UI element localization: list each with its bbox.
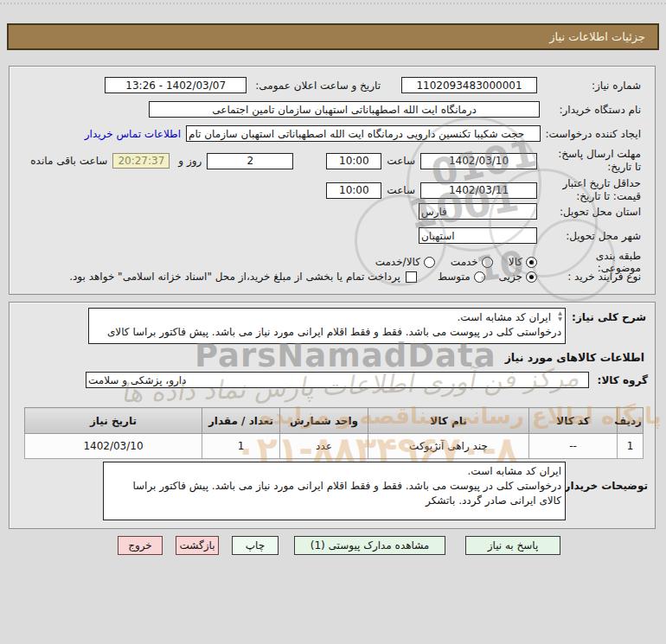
treasury-note: پرداخت تمام یا بخشی از مبلغ خرید،از محل …: [69, 271, 400, 283]
general-desc-textarea[interactable]: ▲▼ ایران کد مشابه است. درخواستی کلی در پ…: [88, 308, 566, 344]
row-request-creator: ایجاد کننده درخواست: حجت شکیبا تکنسین دا…: [10, 125, 655, 142]
action-buttons-row: پاسخ به نیاز مشاهده مدارک پیوستی (1) چاپ…: [118, 536, 560, 555]
option-goods-service[interactable]: کالا/خدمت: [375, 256, 435, 268]
hours-remaining-label: ساعت باقی مانده: [30, 155, 107, 167]
option-goods-label: کالا: [509, 256, 522, 268]
need-number-label: شماره نیاز:: [567, 80, 641, 92]
respond-button[interactable]: پاسخ به نیاز: [465, 536, 560, 555]
goods-info-panel: شرح کلی نیاز: ▲▼ ایران کد مشابه است. درخ…: [9, 302, 656, 529]
scrollbar-arrows-icon: ▲▼: [556, 309, 564, 323]
radio-goods-service-icon[interactable]: [424, 257, 435, 268]
option-goods-service-label: کالا/خدمت: [375, 256, 420, 268]
time-remaining-box: 20:27:37: [112, 153, 170, 169]
goods-group-field[interactable]: دارو، پزشکی و سلامت: [86, 372, 589, 388]
goods-info-header: اطلاعات کالاهای مورد نیاز: [505, 351, 644, 364]
col-row-no: ردیف: [618, 408, 644, 434]
top-divider: [0, 3, 666, 4]
print-button[interactable]: چاپ: [232, 536, 279, 555]
goods-table: ردیف کد کالا نام کالا واحد شمارش تعداد /…: [24, 407, 644, 459]
col-qty: تعداد / مقدار: [202, 408, 280, 434]
option-medium-label: متوسط: [438, 271, 471, 283]
col-name: نام کالا: [368, 408, 529, 434]
response-deadline-label: مهلت ارسال پاسخ: تا تاریخ:: [549, 148, 641, 174]
response-deadline-time-field[interactable]: 10:00: [326, 153, 381, 169]
radio-service-icon[interactable]: [482, 257, 493, 268]
delivery-province-label: استان محل تحویل:: [551, 206, 641, 218]
col-need-date: تاریخ نیاز: [25, 408, 202, 434]
goods-group-label: گروه کالا:: [598, 374, 648, 386]
general-desc-line1: ایران کد مشابه است.: [93, 310, 561, 325]
delivery-province-field[interactable]: فارس: [419, 203, 537, 220]
buyer-org-label: نام دستگاه خریدار:: [553, 104, 641, 116]
page-title: جزئیات اطلاعات نیاز: [549, 30, 645, 43]
option-partial-label: جزیی: [499, 271, 522, 283]
col-code: کد کالا: [529, 408, 618, 434]
col-unit: واحد شمارش: [280, 408, 368, 434]
cell-qty: 1: [202, 434, 280, 459]
general-desc-label: شرح کلی نیاز:: [572, 311, 646, 323]
row-price-validity: حداقل تاریخ اعتبار قیمت: تا تاریخ: 1402/…: [10, 177, 655, 203]
goods-table-header-row: ردیف کد کالا نام کالا واحد شمارش تعداد /…: [25, 408, 644, 434]
price-validity-date-field[interactable]: 1402/03/11: [420, 182, 537, 199]
buyer-remarks-line1: ایران کد مشابه است.: [107, 464, 561, 479]
cell-code: --: [529, 434, 618, 459]
row-delivery-province: استان محل تحویل: فارس: [10, 203, 655, 220]
general-desc-line2: درخواستی کلی در پیوست می باشد. فقط و فقط…: [93, 325, 561, 340]
option-service-label: خدمت: [451, 256, 478, 268]
back-button[interactable]: بازگشت: [176, 536, 219, 555]
radio-goods-icon[interactable]: [526, 257, 537, 268]
request-info-panel: شماره نیاز: 1102093483000001 تاریخ و ساع…: [9, 66, 656, 295]
radio-medium-icon[interactable]: [474, 271, 485, 283]
row-need-number: شماره نیاز: 1102093483000001 تاریخ و ساع…: [10, 77, 655, 93]
price-validity-label: حداقل تاریخ اعتبار قیمت: تا تاریخ:: [544, 177, 641, 203]
price-validity-time-field[interactable]: 10:00: [326, 182, 381, 199]
delivery-city-label: شهر محل تحویل:: [551, 230, 641, 242]
announce-datetime-field[interactable]: 1402/03/07 - 13:26: [105, 77, 247, 93]
row-purchase-type: نوع فرآیند خرید : جزیی متوسط پرداخت تمام…: [10, 271, 655, 283]
page-title-bar: جزئیات اطلاعات نیاز: [7, 23, 659, 50]
buyer-contact-link[interactable]: اطلاعات تماس خریدار: [85, 128, 181, 140]
days-remaining-field[interactable]: 2: [207, 153, 293, 169]
buyer-org-field[interactable]: درمانگاه ایت الله اصطهباناتی استهبان ساز…: [149, 101, 540, 118]
option-goods[interactable]: کالا: [509, 256, 537, 268]
option-service[interactable]: خدمت: [451, 256, 493, 268]
option-medium[interactable]: متوسط: [438, 271, 485, 283]
days-and-label: روز و: [178, 155, 202, 167]
hour-label-2: ساعت: [387, 184, 415, 196]
delivery-city-field[interactable]: استهبان: [419, 227, 537, 244]
announce-datetime-label: تاریخ و ساعت اعلان عمومی:: [255, 80, 381, 92]
request-creator-label: ایجاد کننده درخواست:: [544, 128, 641, 140]
need-number-field[interactable]: 1102093483000001: [401, 77, 537, 93]
buyer-remarks-textarea[interactable]: ایران کد مشابه است. درخواستی کلی در پیوس…: [103, 462, 566, 520]
view-attachments-button[interactable]: مشاهده مدارک پیوستی (1): [294, 536, 445, 555]
treasury-checkbox[interactable]: [406, 271, 417, 283]
request-creator-field[interactable]: حجت شکیبا تکنسین دارویی درمانگاه ایت الل…: [186, 125, 541, 142]
buyer-remarks-line3: کالای ایرانی صادر گردد. باتشکر: [107, 494, 561, 508]
cell-need-date: 1402/03/10: [25, 434, 202, 459]
row-response-deadline: مهلت ارسال پاسخ: تا تاریخ: 1402/03/10 سا…: [10, 148, 655, 174]
purchase-type-label: نوع فرآیند خرید :: [551, 271, 641, 283]
option-partial[interactable]: جزیی: [499, 271, 537, 283]
buyer-remarks-label: توضیحات خریدار:: [560, 480, 648, 492]
exit-button[interactable]: خروج: [118, 536, 163, 555]
radio-partial-icon[interactable]: [526, 271, 537, 283]
row-buyer-org: نام دستگاه خریدار: درمانگاه ایت الله اصط…: [10, 101, 655, 118]
response-deadline-date-field[interactable]: 1402/03/10: [420, 153, 537, 169]
buyer-remarks-line2: درخواستی کلی در پیوست می باشد. فقط و فقط…: [107, 479, 561, 494]
hour-label-1: ساعت: [387, 155, 415, 167]
table-row: 1 -- چند راهی آنژیوکت عدد 1 1402/03/10: [25, 434, 644, 459]
cell-name: چند راهی آنژیوکت: [368, 434, 529, 459]
cell-unit: عدد: [280, 434, 368, 459]
row-delivery-city: شهر محل تحویل: استهبان: [10, 227, 655, 244]
cell-row-no: 1: [618, 434, 644, 459]
